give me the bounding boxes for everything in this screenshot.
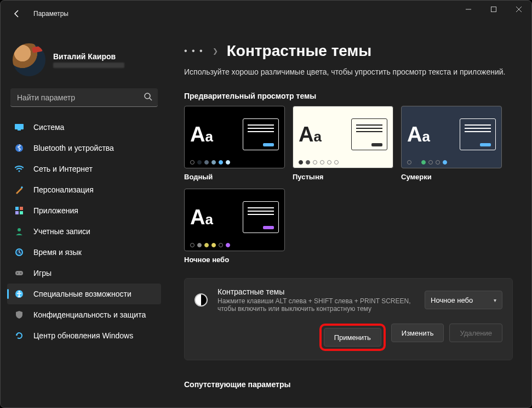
nav-label: Приложения [33,206,78,215]
nav-label: Конфиденциальность и защита [33,310,146,319]
svg-point-4 [145,93,150,99]
svg-rect-11 [15,207,19,210]
profile[interactable]: Виталий Каиров [13,43,156,76]
avatar [13,43,45,76]
svg-rect-14 [20,211,23,214]
update-icon [14,332,25,339]
search-box[interactable] [10,88,158,107]
nav-accessibility[interactable]: Специальные возможности [7,284,161,304]
theme-label: Ночное небо [184,256,285,264]
back-button[interactable] [10,7,24,20]
svg-point-21 [19,291,20,293]
card-desc: Нажмите клавиши ALT слева + SHIFT слева … [218,297,415,313]
close-button[interactable] [506,1,531,18]
edit-button[interactable]: Изменить [391,324,444,342]
theme-dusk[interactable]: Aa Сумерки [401,106,502,181]
window-title: Параметры [33,10,68,18]
nav-update[interactable]: Центр обновления Windows [7,325,161,346]
clock-icon [14,248,25,256]
sidebar: Виталий Каиров Система Bluetooth и устро… [1,27,168,407]
theme-label: Сумерки [401,173,502,181]
svg-rect-1 [491,7,496,12]
nav-apps[interactable]: Приложения [7,200,161,221]
main-content: • • • ❯ Контрастные темы Используйте хор… [168,27,531,407]
nav-label: Специальные возможности [33,290,131,298]
nav-privacy[interactable]: Конфиденциальность и защита [7,304,161,325]
dropdown-value: Ночное небо [431,296,473,304]
svg-line-5 [150,98,152,100]
bluetooth-icon [14,144,25,152]
nav-label: Система [33,123,64,132]
maximize-button[interactable] [481,1,506,18]
svg-rect-6 [15,124,24,129]
nav-label: Центр обновления Windows [33,331,133,340]
system-icon [14,124,25,131]
breadcrumb-more[interactable]: • • • [184,46,204,56]
theme-night[interactable]: Aa Ночное небо [184,189,285,264]
nav-label: Сеть и Интернет [33,165,93,173]
related-settings-label: Сопутствующие параметры [184,380,513,389]
nav-time-language[interactable]: Время и язык [7,242,161,263]
chevron-down-icon: ▾ [494,297,496,303]
nav-label: Bluetooth и устройства [33,144,114,152]
theme-desert[interactable]: Aa Пустыня [293,106,393,181]
nav-system[interactable]: Система [7,117,161,138]
profile-name: Виталий Каиров [53,52,124,61]
theme-aquatic[interactable]: Aa Водный [184,106,285,181]
person-icon [14,228,25,235]
svg-point-15 [18,228,21,231]
profile-email [53,63,124,68]
search-input[interactable] [10,88,158,107]
svg-rect-12 [20,207,23,210]
nav-label: Учетные записи [33,227,90,236]
contrast-icon [195,293,208,307]
titlebar: Параметры [1,1,531,27]
nav-accounts[interactable]: Учетные записи [7,221,161,242]
preview-label: Предварительный просмотр темы [184,92,513,100]
svg-point-18 [17,273,18,274]
brush-icon [14,185,25,194]
page-description: Используйте хорошо различимые цвета, что… [184,67,513,76]
accessibility-icon [14,290,25,298]
nav-bluetooth[interactable]: Bluetooth и устройства [7,138,161,158]
apply-highlight: Применить [319,324,386,351]
breadcrumb: • • • ❯ Контрастные темы [184,42,513,60]
nav-personalization[interactable]: Персонализация [7,179,161,200]
apply-button[interactable]: Применить [324,328,381,347]
chevron-right-icon: ❯ [213,47,218,55]
nav-label: Игры [33,269,52,277]
svg-rect-17 [15,271,23,275]
apps-icon [14,207,25,214]
contrast-themes-card: Контрастные темы Нажмите клавиши ALT сле… [184,278,513,360]
svg-point-9 [19,171,20,172]
shield-icon [14,311,25,319]
wifi-icon [14,166,25,172]
nav-label: Персонализация [33,185,94,194]
page-title: Контрастные темы [227,42,372,60]
theme-label: Пустыня [293,173,393,181]
theme-dropdown[interactable]: Ночное небо ▾ [425,291,502,309]
svg-rect-7 [18,129,21,131]
nav-network[interactable]: Сеть и Интернет [7,158,161,179]
nav-gaming[interactable]: Игры [7,263,161,284]
nav-label: Время и язык [33,248,82,257]
card-title: Контрастные темы [218,287,415,296]
theme-label: Водный [184,173,285,181]
search-icon [144,92,152,103]
svg-rect-13 [15,211,19,214]
minimize-button[interactable] [456,1,481,18]
gamepad-icon [14,270,25,276]
delete-button: Удаление [449,324,502,342]
svg-point-19 [20,273,21,274]
